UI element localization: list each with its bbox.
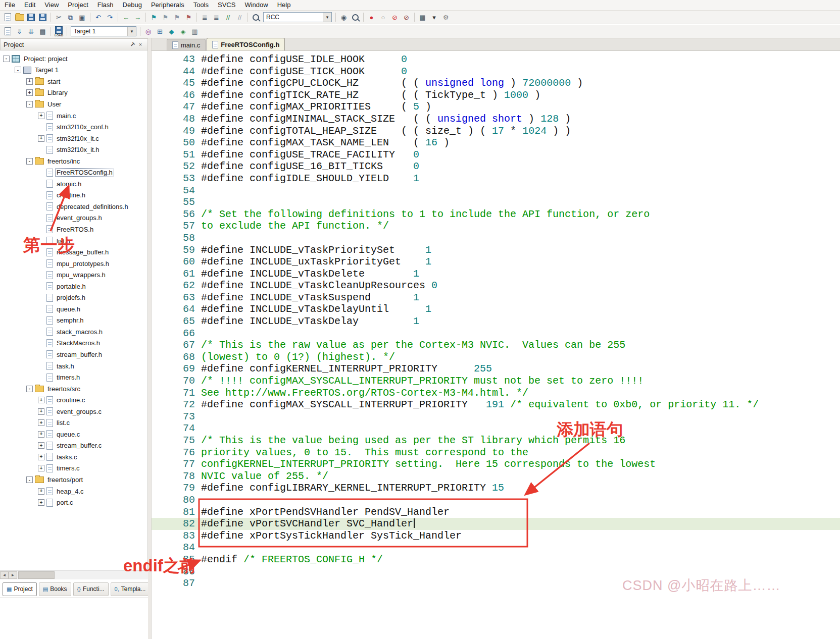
bottom-tab-functi[interactable]: {}Functi... [73,582,109,596]
tree-item-queue-h[interactable]: queue.h [0,303,147,315]
manage-project-items-button[interactable]: ⊞ [155,26,165,37]
tree-item-heap-4-c[interactable]: +heap_4.c [0,486,147,497]
find-combo-arrow-icon[interactable]: ▾ [323,13,331,22]
expand-plus-icon[interactable]: + [38,397,44,403]
tab-freertosconfig-h[interactable]: FreeRTOSConfig.h [207,38,285,50]
tree-item-tasks-c[interactable]: +tasks.c [0,451,147,463]
open-file-button[interactable] [14,12,25,23]
breakpoint-kill-all-button[interactable]: ⊘ [401,12,412,23]
target-select[interactable]: Target 1▾ [71,26,136,36]
save-button[interactable] [26,12,36,23]
books-button[interactable]: ▥ [189,26,200,37]
tree-item-mpu-wrappers-h[interactable]: mpu_wrappers.h [0,269,147,281]
collapse-minus-icon[interactable]: - [26,386,33,392]
tree-horizontal-scrollbar[interactable]: ◄ ► [0,570,148,579]
find-icon-button[interactable] [251,12,261,23]
tree-item-timers-h[interactable]: timers.h [0,371,147,383]
collapse-minus-icon[interactable]: - [26,476,33,483]
tree-item-deprecated-definitions-h[interactable]: deprecated_definitions.h [0,201,147,212]
options-for-target-button[interactable]: ◎ [143,26,154,37]
tree-item-list-h[interactable]: list.h [0,235,147,247]
search-button[interactable] [350,12,361,23]
collapse-minus-icon[interactable]: - [15,67,21,73]
tab-main-c[interactable]: main.c [167,39,206,50]
batch-build-button[interactable]: ▤ [37,26,48,37]
find-combo[interactable]: RCC▾ [263,12,332,22]
expand-plus-icon[interactable]: + [38,499,44,506]
pin-icon[interactable]: T [128,40,136,48]
tree-item-croutine-c[interactable]: +croutine.c [0,394,147,406]
tree-item-start[interactable]: +start [0,76,147,87]
redo-button[interactable]: ↷ [105,12,115,23]
tree-item-semphr-h[interactable]: semphr.h [0,315,147,327]
tree-item-stm32f10x-it-c[interactable]: +stm32f10x_it.c [0,133,147,144]
cut-button[interactable]: ✂ [54,12,64,23]
menu-tools[interactable]: Tools [189,0,213,10]
panel-splitter[interactable] [148,38,152,639]
tree-item-projdefs-h[interactable]: projdefs.h [0,292,147,303]
bookmark-prev-button[interactable]: ⚑ [160,12,171,23]
manage-runtime-env-button[interactable]: ◆ [166,26,177,37]
indent-left-button[interactable]: ≣ [200,12,210,23]
tree-item-port-c[interactable]: +port.c [0,497,147,508]
uncomment-button[interactable]: // [234,12,245,23]
pack-installer-button[interactable]: ◈ [178,26,188,37]
menu-project[interactable]: Project [63,0,92,10]
tree-item-stm32f10x-conf-h[interactable]: stm32f10x_conf.h [0,121,147,133]
window-layout-button[interactable]: ▦ [417,12,428,23]
save-all-button[interactable] [37,12,48,23]
tree-item-message-buffer-h[interactable]: message_buffer.h [0,246,147,258]
bottom-tab-templa[interactable]: 0,Templa... [111,582,150,596]
breakpoint-toggle-button[interactable]: ● [366,12,377,23]
nav-forward-button[interactable]: → [132,12,143,23]
tree-item-stackmacros-h[interactable]: StackMacros.h [0,338,147,349]
scroll-right-button[interactable]: ► [9,571,17,579]
tree-item-user[interactable]: -User [0,98,147,110]
expand-plus-icon[interactable]: + [38,442,44,449]
scrollbar-thumb[interactable] [18,571,55,579]
target-select-arrow-icon[interactable]: ▾ [127,27,136,36]
tree-item-target-1[interactable]: -Target 1 [0,65,147,76]
tree-item-atomic-h[interactable]: atomic.h [0,178,147,190]
tree-item-freertos-src[interactable]: -freertos/src [0,383,147,395]
expand-plus-icon[interactable]: + [38,488,44,495]
copy-button[interactable]: ⧉ [65,12,76,23]
tree-item-event-groups-c[interactable]: +event_groups.c [0,406,147,417]
download-button[interactable]: LOAD [54,26,64,37]
tree-item-library[interactable]: +Library [0,87,147,99]
breakpoint-disable-all-button[interactable]: ⊘ [389,12,400,23]
tree-item-main-c[interactable]: +main.c [0,110,147,122]
indent-right-button[interactable]: ≣ [211,12,222,23]
code-editor[interactable]: 43#define configUSE_IDLE_HOOK 044#define… [152,51,840,598]
tree-item-queue-c[interactable]: +queue.c [0,429,147,440]
tree-item-freertos-port[interactable]: -freertos/port [0,474,147,486]
close-icon[interactable]: × [136,40,144,48]
menu-help[interactable]: Help [273,0,295,10]
expand-plus-icon[interactable]: + [38,135,44,142]
bottom-tab-books[interactable]: ▤Books [39,582,71,596]
tree-item-stream-buffer-c[interactable]: +stream_buffer.c [0,440,147,452]
bottom-tab-project[interactable]: ▦Project [3,582,37,596]
tree-item-freertos-inc[interactable]: -freertos/inc [0,155,147,167]
menu-flash[interactable]: Flash [93,0,118,10]
find-in-files-button[interactable]: ◉ [338,12,349,23]
build-button[interactable]: ⇓ [14,26,25,37]
expand-plus-icon[interactable]: + [38,431,44,438]
expand-plus-icon[interactable]: + [38,454,44,460]
undo-button[interactable]: ↶ [93,12,104,23]
bookmark-next-button[interactable]: ⚑ [172,12,182,23]
tree-item-task-h[interactable]: task.h [0,360,147,372]
menu-svcs[interactable]: SVCS [213,0,240,10]
tree-item-list-c[interactable]: +list.c [0,417,147,429]
nav-back-button[interactable]: ← [121,12,131,23]
menu-peripherals[interactable]: Peripherals [146,0,189,10]
menu-view[interactable]: View [40,0,63,10]
breakpoint-enable-button[interactable]: ○ [378,12,388,23]
tree-item-stm32f10x-it-h[interactable]: stm32f10x_it.h [0,144,147,155]
tree-item-event-groups-h[interactable]: event_groups.h [0,212,147,224]
window-layout-arrow-button[interactable]: ▾ [429,12,439,23]
tree-item-croutine-h[interactable]: croutine.h [0,190,147,201]
new-file-button[interactable] [3,12,13,23]
scroll-left-button[interactable]: ◄ [0,571,9,579]
bookmark-clear-button[interactable]: ⚑ [183,12,194,23]
